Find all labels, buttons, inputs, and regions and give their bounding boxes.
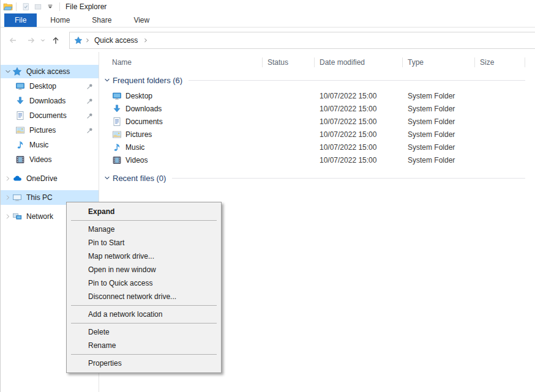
downloads-icon <box>112 104 122 114</box>
breadcrumb-chevron-icon <box>84 37 91 44</box>
videos-icon <box>112 155 122 165</box>
address-bar[interactable]: Quick access <box>69 32 535 49</box>
column-header-type[interactable]: Type <box>403 56 475 68</box>
row-date-modified: 10/07/2022 15:00 <box>315 117 403 126</box>
row-name: Downloads <box>125 105 162 113</box>
menu-item-pin-to-start[interactable]: Pin to Start <box>67 236 221 250</box>
table-row-desktop[interactable]: Desktop 10/07/2022 15:00 System Folder <box>100 89 535 102</box>
row-name: Videos <box>125 156 148 165</box>
pin-icon <box>86 112 94 120</box>
column-header-name[interactable]: Name <box>100 56 263 68</box>
column-header-row: Name Status Date modified Type Size <box>100 56 535 68</box>
qat-customize-button[interactable] <box>44 1 56 12</box>
menu-item-properties[interactable]: Properties <box>67 357 221 370</box>
table-row-documents[interactable]: Documents 10/07/2022 15:00 System Folder <box>100 115 535 128</box>
row-date-modified: 10/07/2022 15:00 <box>315 105 403 113</box>
group-header-recent-files[interactable]: Recent files (0) <box>103 172 525 183</box>
breadcrumb-chevron-icon <box>142 37 149 44</box>
downloads-icon <box>15 96 25 106</box>
menu-item-add-a-network-location[interactable]: Add a network location <box>67 308 221 321</box>
row-date-modified: 10/07/2022 15:00 <box>315 143 403 152</box>
tab-file[interactable]: File <box>4 13 37 27</box>
menu-item-open-in-new-window[interactable]: Open in new window <box>67 263 221 276</box>
file-explorer-window: File Explorer File Home Share View Quick… <box>0 0 535 392</box>
chevron-down-icon[interactable] <box>103 174 111 182</box>
menu-item-disconnect-network-drive[interactable]: Disconnect network drive... <box>67 290 221 303</box>
recent-locations-button[interactable] <box>37 33 48 48</box>
properties-icon <box>21 2 30 11</box>
column-header-date-modified[interactable]: Date modified <box>315 56 403 68</box>
row-type: System Folder <box>403 156 475 165</box>
desktop-icon <box>112 91 122 101</box>
group-header-frequent-folders[interactable]: Frequent folders (6) <box>103 75 525 86</box>
sidebar-item-label: Network <box>26 212 53 221</box>
table-row-pictures[interactable]: Pictures 10/07/2022 15:00 System Folder <box>100 128 535 141</box>
sidebar-item-desktop[interactable]: Desktop <box>1 79 99 94</box>
tab-share[interactable]: Share <box>83 13 120 27</box>
breadcrumb-quick-access[interactable]: Quick access <box>92 36 140 45</box>
sidebar-item-label: Music <box>29 141 48 149</box>
qat-new-folder-button[interactable] <box>32 1 44 12</box>
row-date-modified: 10/07/2022 15:00 <box>315 92 403 100</box>
sidebar-item-quick-access[interactable]: Quick access <box>1 65 99 78</box>
row-date-modified: 10/07/2022 15:00 <box>315 130 403 139</box>
row-type: System Folder <box>403 117 475 126</box>
sidebar-item-music[interactable]: Music <box>1 138 99 152</box>
title-bar: File Explorer <box>1 0 535 13</box>
sidebar-item-pictures[interactable]: Pictures <box>1 123 99 138</box>
row-name: Pictures <box>125 130 152 139</box>
menu-item-expand[interactable]: Expand <box>67 205 221 218</box>
menu-item-map-network-drive[interactable]: Map network drive... <box>67 250 221 263</box>
menu-item-delete[interactable]: Delete <box>67 325 221 339</box>
menu-item-pin-to-quick-access[interactable]: Pin to Quick access <box>67 276 221 290</box>
music-icon <box>15 140 25 150</box>
tab-home[interactable]: Home <box>42 13 78 27</box>
chevron-down-icon[interactable] <box>3 68 12 75</box>
up-arrow-icon <box>51 35 61 45</box>
back-arrow-icon <box>8 35 18 45</box>
menu-item-rename[interactable]: Rename <box>67 339 221 352</box>
table-row-music[interactable]: Music 10/07/2022 15:00 System Folder <box>100 141 535 153</box>
pin-icon <box>86 83 94 91</box>
row-name: Desktop <box>125 92 152 100</box>
quick-access-star-icon <box>12 67 22 76</box>
context-menu: Expand Manage Pin to Start Map network d… <box>66 202 222 373</box>
titlebar-divider <box>16 2 17 11</box>
sidebar-item-label: Documents <box>29 111 67 120</box>
tab-view[interactable]: View <box>125 13 158 27</box>
onedrive-icon <box>12 174 22 183</box>
column-header-size[interactable]: Size <box>475 56 525 68</box>
this-pc-icon <box>12 193 22 202</box>
sidebar-item-downloads[interactable]: Downloads <box>1 94 99 108</box>
file-explorer-logo-icon <box>3 2 13 12</box>
menu-separator <box>71 305 217 306</box>
up-button[interactable] <box>48 33 63 48</box>
chevron-right-icon[interactable] <box>3 194 12 201</box>
chevron-right-icon[interactable] <box>3 175 12 182</box>
qat-properties-button[interactable] <box>20 1 32 12</box>
pin-icon <box>86 127 94 135</box>
menu-item-manage[interactable]: Manage <box>67 223 221 236</box>
chevron-down-icon[interactable] <box>103 76 111 84</box>
group-header-label: Frequent folders (6) <box>113 76 182 85</box>
menu-separator <box>71 323 217 324</box>
new-folder-icon <box>34 2 42 11</box>
desktop-icon <box>15 81 25 91</box>
table-row-downloads[interactable]: Downloads 10/07/2022 15:00 System Folder <box>100 102 535 115</box>
sidebar-item-videos[interactable]: Videos <box>1 152 99 167</box>
navigation-toolbar: Quick access <box>1 28 535 52</box>
column-header-status[interactable]: Status <box>263 56 315 68</box>
sidebar-item-documents[interactable]: Documents <box>1 108 99 123</box>
menu-separator <box>71 354 217 355</box>
row-name: Documents <box>125 117 163 126</box>
quick-access-star-icon <box>74 36 83 45</box>
table-row-videos[interactable]: Videos 10/07/2022 15:00 System Folder <box>100 153 535 166</box>
forward-button[interactable] <box>24 33 39 48</box>
sidebar-item-label: Videos <box>29 155 51 164</box>
group-header-label: Recent files (0) <box>113 174 166 183</box>
sidebar-item-onedrive[interactable]: OneDrive <box>1 171 99 186</box>
row-type: System Folder <box>403 130 475 139</box>
chevron-right-icon[interactable] <box>3 213 12 220</box>
back-button[interactable] <box>6 33 20 48</box>
sidebar-item-label: Quick access <box>26 67 70 76</box>
